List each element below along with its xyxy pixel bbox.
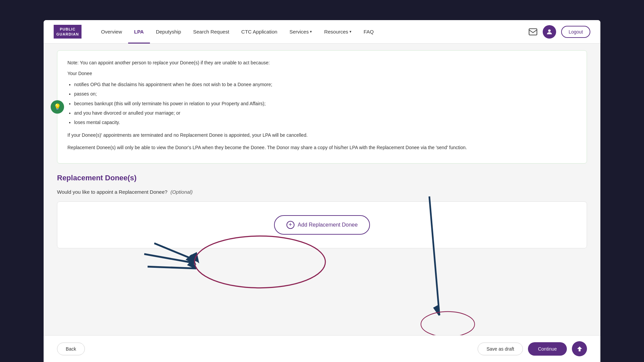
info-box: 💡 Note: You can appoint another person t… [57,50,587,164]
back-button[interactable]: Back [57,343,85,355]
resources-chevron: ▾ [350,29,352,34]
bullet-item-3: becomes bankrupt (this will only termina… [74,100,577,107]
nav-right: Logout [528,25,590,39]
continue-button[interactable]: Continue [528,342,567,356]
your-donee-label: Your Donee [67,70,577,77]
user-avatar[interactable] [543,25,556,39]
bullet-list: notifies OPG that he disclaims his appoi… [74,81,577,126]
save-draft-button[interactable]: Save as draft [478,343,523,355]
mail-icon[interactable] [528,27,538,37]
nav-overview[interactable]: Overview [95,20,128,44]
svg-point-1 [548,29,551,32]
logo: PUBLIC GUARDIAN [54,25,82,39]
logo-box: PUBLIC GUARDIAN [54,25,82,39]
question-optional: (Optional) [170,189,193,195]
logout-button[interactable]: Logout [561,26,590,38]
page-wrapper: PUBLIC GUARDIAN Overview LPA Deputyship … [44,20,600,362]
nav-ctc-application[interactable]: CTC Application [235,20,283,44]
bullet-item-1: notifies OPG that he disclaims his appoi… [74,81,577,88]
bottom-bar: Back Save as draft Continue [44,335,600,362]
add-replacement-label: Add Replacement Donee [298,222,358,228]
add-button-container: + Add Replacement Donee [57,201,587,248]
info-para1: If your Donee(s)' appointments are termi… [67,131,577,139]
navbar: PUBLIC GUARDIAN Overview LPA Deputyship … [44,20,600,44]
logo-line1: PUBLIC [56,27,79,32]
nav-deputyship[interactable]: Deputyship [150,20,187,44]
section-heading: Replacement Donee(s) [57,174,587,182]
nav-lpa[interactable]: LPA [128,20,150,44]
bullet-item-4: and you have divorced or anulled your ma… [74,109,577,117]
note-text: Note: You can appoint another person to … [67,59,577,66]
add-replacement-donee-button[interactable]: + Add Replacement Donee [274,215,370,235]
services-chevron: ▾ [310,29,312,34]
info-para2: Replacement Donee(s) will only be able t… [67,144,577,151]
nav-resources[interactable]: Resources ▾ [318,20,358,44]
question-text: Would you like to appoint a Replacement … [57,189,587,195]
right-buttons: Save as draft Continue [478,341,587,356]
plus-icon: + [286,221,294,229]
svg-rect-0 [529,28,537,35]
question-label: Would you like to appoint a Replacement … [57,189,167,195]
nav-services[interactable]: Services ▾ [283,20,318,44]
scroll-to-top-button[interactable] [572,341,587,356]
nav-search-request[interactable]: Search Request [187,20,235,44]
nav-faq[interactable]: FAQ [358,20,380,44]
nav-links: Overview LPA Deputyship Search Request C… [95,20,528,44]
bullet-item-2: passes on; [74,90,577,98]
logo-line2: GUARDIAN [56,32,79,37]
main-content: 💡 Note: You can appoint another person t… [44,44,600,362]
bullet-item-5: loses mental capacity. [74,119,577,126]
tip-icon: 💡 [51,100,64,114]
